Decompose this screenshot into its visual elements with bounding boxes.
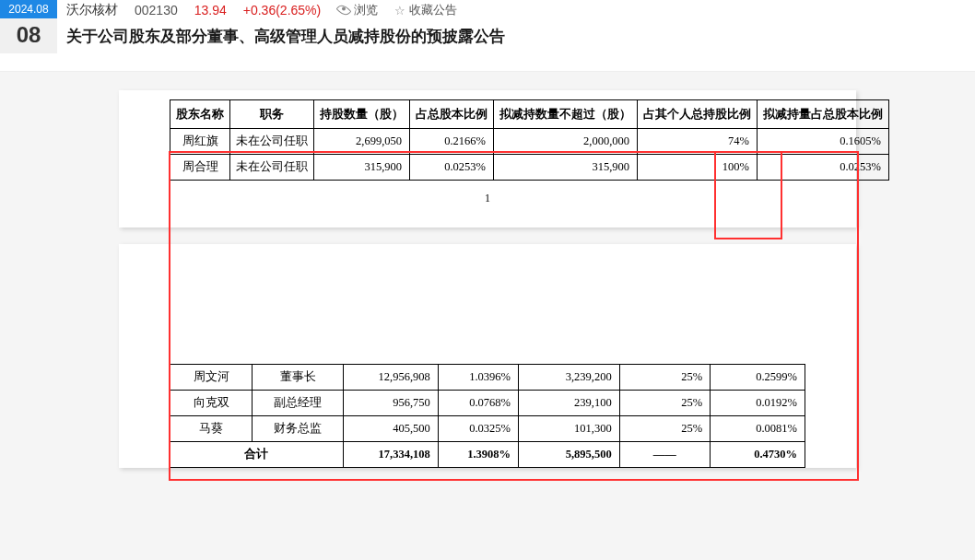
cell-name: 马葵: [170, 416, 253, 442]
table-header-row: 股东名称 职务 持股数量（股） 占总股本比例 拟减持数量不超过（股） 占其个人总…: [170, 100, 889, 129]
announcement-header: 2024.08 08 沃尔核材 002130 13.94 +0.36(2.65%…: [0, 0, 975, 72]
cell-reduce-qty: 3,239,200: [519, 365, 620, 391]
date-day: 08: [0, 18, 57, 53]
shareholder-table-2: 周文河 董事长 12,956,908 1.0396% 3,239,200 25%…: [170, 364, 805, 468]
cell-position: 财务总监: [253, 416, 343, 442]
cell-total-holdings: 17,334,108: [343, 442, 438, 468]
cell-position: 董事长: [253, 365, 343, 391]
stock-change: +0.36(2.65%): [243, 3, 321, 18]
table-row: 向克双 副总经理 956,750 0.0768% 239,100 25% 0.0…: [170, 391, 805, 416]
table-total-row: 合计 17,334,108 1.3908% 5,895,500 —— 0.473…: [170, 442, 805, 468]
cell-name: 周文河: [170, 365, 253, 391]
col-header-personal-pct: 占其个人总持股比例: [638, 100, 758, 129]
cell-personal-pct: 25%: [619, 391, 710, 416]
cell-reduce-pct: 0.0081%: [711, 416, 805, 442]
announcement-title: 关于公司股东及部分董事、高级管理人员减持股份的预披露公告: [66, 26, 975, 47]
cell-personal-pct: 25%: [619, 365, 710, 391]
page-number: 1: [170, 181, 805, 209]
cell-total-reduce-qty: 5,895,500: [519, 442, 620, 468]
shareholder-table-1: 股东名称 职务 持股数量（股） 占总股本比例 拟减持数量不超过（股） 占其个人总…: [170, 99, 889, 181]
favorite-link[interactable]: ☆ 收藏公告: [394, 2, 457, 18]
date-month: 2024.08: [0, 0, 57, 18]
cell-total-reduce-pct: 0.4730%: [711, 442, 805, 468]
cell-position: 未在公司任职: [230, 155, 314, 181]
cell-holdings: 2,699,050: [314, 129, 410, 155]
stock-price: 13.94: [194, 3, 227, 18]
header-main: 沃尔核材 002130 13.94 +0.36(2.65%) 浏览 ☆ 收藏公告…: [66, 0, 975, 47]
table-row: 周红旗 未在公司任职 2,699,050 0.2166% 2,000,000 7…: [170, 129, 889, 155]
browse-label: 浏览: [354, 2, 378, 18]
cell-total-pct: 0.2166%: [410, 129, 494, 155]
cell-total-label: 合计: [170, 442, 344, 468]
cell-total-pct: 0.0253%: [410, 155, 494, 181]
cell-name: 周合理: [170, 155, 230, 181]
cell-total-pct: 0.0768%: [438, 391, 518, 416]
stock-code: 002130: [135, 3, 178, 18]
date-badge: 2024.08 08: [0, 0, 57, 53]
cell-personal-pct: 100%: [638, 155, 758, 181]
document-page-1: 股东名称 职务 持股数量（股） 占总股本比例 拟减持数量不超过（股） 占其个人总…: [119, 90, 856, 228]
cell-personal-pct: 74%: [638, 129, 758, 155]
cell-reduce-qty: 2,000,000: [494, 129, 638, 155]
cell-position: 副总经理: [253, 391, 343, 416]
cell-name: 向克双: [170, 391, 253, 416]
col-header-reduce-pct: 拟减持量占总股本比例: [758, 100, 889, 129]
star-icon: ☆: [394, 5, 405, 17]
cell-total-personal-pct: ——: [619, 442, 710, 468]
col-header-reduce-qty: 拟减持数量不超过（股）: [494, 100, 638, 129]
cell-holdings: 405,500: [343, 416, 438, 442]
table-row: 周文河 董事长 12,956,908 1.0396% 3,239,200 25%…: [170, 365, 805, 391]
cell-reduce-qty: 101,300: [519, 416, 620, 442]
cell-holdings: 315,900: [314, 155, 410, 181]
cell-name: 周红旗: [170, 129, 230, 155]
cell-reduce-pct: 0.0253%: [758, 155, 889, 181]
cell-position: 未在公司任职: [230, 129, 314, 155]
col-header-position: 职务: [230, 100, 314, 129]
cell-reduce-qty: 239,100: [519, 391, 620, 416]
document-viewport: 股东名称 职务 持股数量（股） 占总股本比例 拟减持数量不超过（股） 占其个人总…: [0, 90, 975, 468]
cell-holdings: 12,956,908: [343, 365, 438, 391]
eye-icon: [336, 3, 352, 18]
favorite-label: 收藏公告: [409, 2, 457, 18]
cell-total-pct: 1.0396%: [438, 365, 518, 391]
table-row: 周合理 未在公司任职 315,900 0.0253% 315,900 100% …: [170, 155, 889, 181]
col-header-holdings: 持股数量（股）: [314, 100, 410, 129]
col-header-name: 股东名称: [170, 100, 230, 129]
cell-total-pct: 1.3908%: [438, 442, 518, 468]
cell-reduce-pct: 0.0192%: [711, 391, 805, 416]
col-header-total-pct: 占总股本比例: [410, 100, 494, 129]
cell-reduce-pct: 0.1605%: [758, 129, 889, 155]
cell-personal-pct: 25%: [619, 416, 710, 442]
stock-name[interactable]: 沃尔核材: [66, 2, 118, 18]
cell-reduce-pct: 0.2599%: [711, 365, 805, 391]
table-row: 马葵 财务总监 405,500 0.0325% 101,300 25% 0.00…: [170, 416, 805, 442]
cell-holdings: 956,750: [343, 391, 438, 416]
cell-total-pct: 0.0325%: [438, 416, 518, 442]
browse-link[interactable]: 浏览: [337, 2, 378, 18]
document-page-2: 周文河 董事长 12,956,908 1.0396% 3,239,200 25%…: [119, 244, 856, 468]
cell-reduce-qty: 315,900: [494, 155, 638, 181]
stock-row: 沃尔核材 002130 13.94 +0.36(2.65%) 浏览 ☆ 收藏公告: [66, 2, 975, 26]
